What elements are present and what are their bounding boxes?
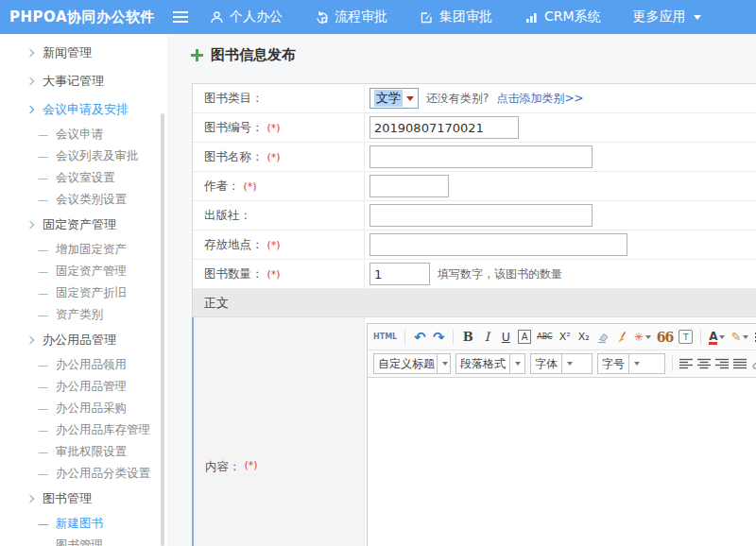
sidebar-item-fixed-asset-mgmt[interactable]: —固定资产管理: [0, 261, 167, 282]
sidebar-item-book-mgmt-group[interactable]: 图书管理: [0, 485, 167, 513]
sidebar-item-book-mgmt[interactable]: —图书管理: [0, 535, 167, 546]
italic-icon[interactable]: I: [480, 329, 493, 346]
quantity-hint: 填写数字，该图书的数量: [438, 266, 562, 282]
sidebar-item-add-fixed-asset[interactable]: —增加固定资产: [0, 239, 167, 261]
sidebar-item-new-book[interactable]: —新建图书: [0, 513, 167, 535]
sidebar-item-office-supplies-mgmt[interactable]: 办公用品管理: [0, 326, 167, 354]
editor-content-area[interactable]: [368, 378, 756, 546]
sidebar-item-label: 资产类别: [56, 307, 103, 323]
underline-icon[interactable]: U: [499, 329, 512, 346]
sidebar-item-label: 会议室设置: [56, 170, 115, 186]
nav-label: 集团审批: [439, 9, 492, 26]
caret-down-icon: [645, 335, 651, 339]
chevron-right-icon: [26, 336, 34, 344]
sidebar-item-supplies-collect[interactable]: —办公用品领用: [0, 354, 167, 376]
undo-icon[interactable]: ↶: [413, 329, 426, 346]
required-mark: (*): [244, 180, 257, 193]
bold-icon[interactable]: B: [461, 329, 474, 346]
sidebar-item-news-mgmt[interactable]: 新闻管理: [0, 39, 167, 67]
justify-icon[interactable]: [733, 355, 747, 372]
sidebar: 新闻管理 大事记管理 会议申请及安排 —会议申请 —会议列表及审批 —会议室设置…: [0, 34, 167, 546]
paragraph-format-select[interactable]: 段落格式: [455, 353, 525, 374]
align-left-icon[interactable]: [679, 355, 693, 372]
blockquote-icon[interactable]: 66: [657, 329, 673, 346]
sidebar-item-label: 会议类别设置: [56, 192, 127, 208]
link-icon[interactable]: [751, 355, 756, 372]
html-source-icon[interactable]: HTML: [373, 329, 397, 346]
row-category: 图书类目： 文学 还没有类别? 点击添加类别>>: [193, 84, 756, 113]
required-mark: (*): [267, 239, 281, 251]
sidebar-item-label: 办公用品分类设置: [56, 466, 150, 482]
sidebar-item-label: 固定资产管理: [43, 216, 116, 233]
sidebar-item-supplies-inventory-mgmt[interactable]: —办公用品库存管理: [0, 419, 167, 441]
auto-typeset-icon[interactable]: ✳: [634, 329, 651, 346]
custom-title-select[interactable]: 自定义标题: [373, 353, 451, 374]
sidebar-item-meeting-room-settings[interactable]: —会议室设置: [0, 167, 167, 189]
chevron-right-icon: [26, 49, 34, 57]
chevron-right-icon: [26, 495, 34, 503]
sidebar-item-supplies-purchase[interactable]: —办公用品采购: [0, 398, 167, 419]
nav-more-apps[interactable]: 更多应用: [633, 9, 701, 26]
author-input[interactable]: [369, 175, 449, 197]
main-content: 图书信息发布 图书类目： 文学 还没有类别? 点击添加类别>> 图书编号：(*)…: [167, 34, 756, 546]
sidebar-item-label: 图书管理: [43, 490, 92, 507]
font-color-icon[interactable]: A: [709, 329, 725, 346]
category-select[interactable]: 文学: [369, 88, 419, 109]
sidebar-scrollbar[interactable]: [161, 113, 164, 546]
nav-label: 更多应用: [633, 9, 686, 26]
quantity-label: 图书数量：: [204, 266, 264, 282]
quantity-input[interactable]: [369, 263, 430, 285]
align-center-icon[interactable]: [697, 355, 711, 372]
author-label: 作者：: [204, 179, 240, 195]
sidebar-item-meeting-category-settings[interactable]: —会议类别设置: [0, 189, 167, 211]
caret-down-icon: [634, 362, 640, 366]
sidebar-item-fixed-asset-depreciation[interactable]: —固定资产折旧: [0, 282, 167, 304]
highlight-color-icon[interactable]: ✎: [730, 329, 748, 346]
rich-text-editor: HTML ↶ ↷ B I U A ABC X² X₂: [367, 323, 756, 546]
nav-process-approval[interactable]: 流程审批: [315, 9, 387, 26]
sidebar-item-meeting-apply-arrange[interactable]: 会议申请及安排: [0, 95, 167, 124]
book-no-input[interactable]: [369, 116, 519, 139]
nav-personal-office[interactable]: 个人办公: [210, 9, 283, 26]
nav-group-approval[interactable]: 集团审批: [420, 9, 492, 26]
subscript-icon[interactable]: X₂: [577, 329, 591, 346]
eraser-icon[interactable]: [596, 329, 610, 346]
row-author: 作者：(*): [193, 172, 756, 201]
select-arrow-icon: [406, 96, 414, 101]
sidebar-item-label: 新建图书: [56, 516, 103, 532]
add-icon: [191, 49, 203, 61]
row-book-name: 图书名称：(*): [193, 143, 756, 172]
book-name-input[interactable]: [369, 145, 593, 168]
location-input[interactable]: [369, 233, 627, 256]
book-no-label: 图书编号：: [204, 120, 264, 136]
category-selected-value: 文学: [374, 90, 403, 107]
chevron-right-icon: [26, 106, 34, 113]
required-mark: (*): [245, 459, 258, 471]
sidebar-item-memorabilia-mgmt[interactable]: 大事记管理: [0, 67, 167, 95]
sidebar-item-fixed-assets-mgmt[interactable]: 固定资产管理: [0, 211, 167, 239]
crm-chart-icon: [524, 10, 539, 25]
align-right-icon[interactable]: [715, 355, 729, 372]
sidebar-item-label: 办公用品采购: [56, 401, 127, 417]
sidebar-item-label: 办公用品管理: [56, 379, 127, 395]
nav-crm-system[interactable]: CRM系统: [524, 9, 601, 26]
dash-icon: —: [38, 309, 48, 321]
sidebar-item-meeting-apply[interactable]: —会议申请: [0, 124, 167, 145]
sidebar-item-approval-permission-settings[interactable]: —审批权限设置: [0, 441, 167, 463]
sidebar-item-supplies-mgmt[interactable]: —办公用品管理: [0, 376, 167, 398]
sidebar-item-asset-category[interactable]: —资产类别: [0, 304, 167, 326]
sidebar-item-supplies-category-settings[interactable]: —办公用品分类设置: [0, 463, 167, 485]
paste-text-icon[interactable]: T: [679, 330, 693, 344]
strikethrough-icon[interactable]: ABC: [537, 329, 552, 346]
redo-icon[interactable]: ↷: [432, 329, 445, 346]
font-size-select[interactable]: 字号: [597, 353, 665, 374]
toolbar-separator: [404, 330, 405, 345]
sidebar-item-meeting-list-approval[interactable]: —会议列表及审批: [0, 145, 167, 167]
superscript-icon[interactable]: X²: [558, 329, 572, 346]
menu-toggle-button[interactable]: [172, 8, 191, 26]
font-family-select[interactable]: 字体: [530, 353, 593, 374]
publisher-input[interactable]: [369, 204, 593, 227]
format-brush-icon[interactable]: [615, 329, 628, 346]
add-category-link[interactable]: 点击添加类别>>: [496, 91, 583, 107]
char-border-icon[interactable]: A: [518, 330, 531, 344]
